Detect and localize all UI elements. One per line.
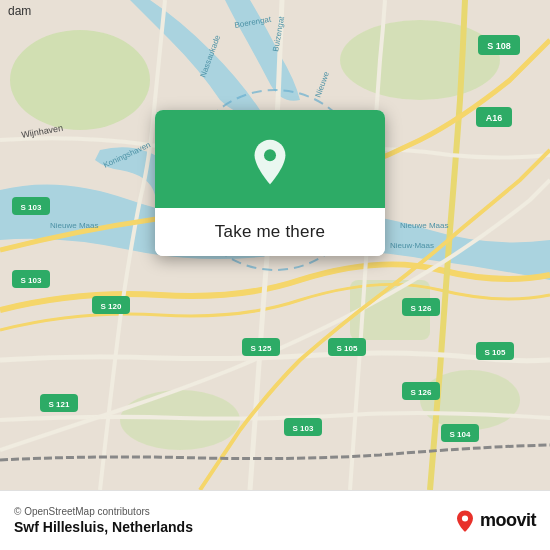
popup-card: Take me there bbox=[155, 110, 385, 256]
svg-text:S 125: S 125 bbox=[251, 344, 272, 353]
svg-point-1 bbox=[10, 30, 150, 130]
svg-text:S 126: S 126 bbox=[411, 388, 432, 397]
svg-text:S 126: S 126 bbox=[411, 304, 432, 313]
location-name: Swf Hillesluis, Netherlands bbox=[14, 519, 193, 535]
svg-text:S 105: S 105 bbox=[337, 344, 358, 353]
popup-green-header bbox=[155, 110, 385, 208]
svg-text:A16: A16 bbox=[486, 113, 503, 123]
svg-point-2 bbox=[340, 20, 500, 100]
svg-text:S 103: S 103 bbox=[21, 276, 42, 285]
bottom-bar: © OpenStreetMap contributors Swf Hillesl… bbox=[0, 490, 550, 550]
map-container: dam Wijnhaven Nieuwe Maas Nieuwe Maas Ni… bbox=[0, 0, 550, 490]
svg-text:S 103: S 103 bbox=[21, 203, 42, 212]
osm-attribution: © OpenStreetMap contributors bbox=[14, 506, 193, 517]
svg-point-43 bbox=[264, 149, 276, 161]
svg-text:Nieuw·Maas: Nieuw·Maas bbox=[390, 241, 434, 250]
svg-text:S 104: S 104 bbox=[450, 430, 471, 439]
svg-text:Nieuwe Maas: Nieuwe Maas bbox=[50, 221, 98, 230]
svg-text:S 121: S 121 bbox=[49, 400, 70, 409]
svg-text:S 105: S 105 bbox=[485, 348, 506, 357]
take-me-there-button[interactable]: Take me there bbox=[155, 208, 385, 256]
moovit-logo: moovit bbox=[454, 510, 536, 532]
moovit-brand-text: moovit bbox=[480, 510, 536, 531]
svg-text:Nieuwe Maas: Nieuwe Maas bbox=[400, 221, 448, 230]
bottom-left: © OpenStreetMap contributors Swf Hillesl… bbox=[14, 506, 193, 535]
svg-text:S 108: S 108 bbox=[487, 41, 511, 51]
svg-point-44 bbox=[462, 515, 468, 521]
moovit-logo-icon bbox=[454, 510, 476, 532]
location-pin-icon bbox=[246, 138, 294, 186]
svg-text:S 103: S 103 bbox=[293, 424, 314, 433]
svg-text:S 120: S 120 bbox=[101, 302, 122, 311]
svg-text:dam: dam bbox=[8, 4, 31, 18]
